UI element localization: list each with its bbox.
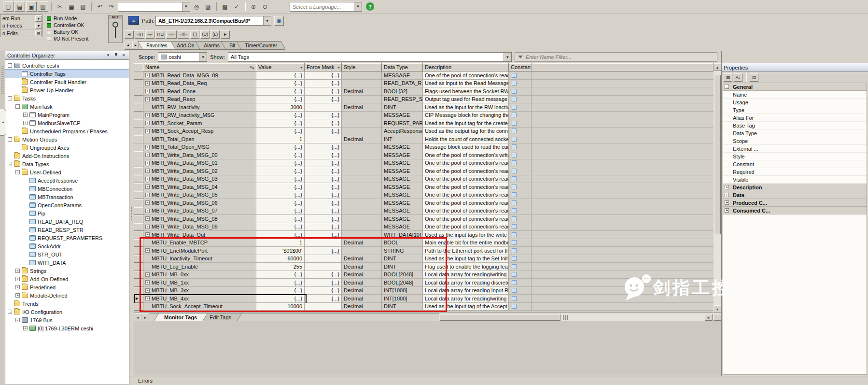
description-cell[interactable]: One of the pool of connection's read ... bbox=[423, 223, 509, 231]
description-cell[interactable]: Used as the input tags for the write m..… bbox=[423, 231, 509, 239]
vertical-scrollbar[interactable]: ▲ ▼ bbox=[714, 63, 721, 313]
alphabetical-sort-icon[interactable]: A↓ bbox=[734, 73, 742, 82]
expand-icon[interactable]: + bbox=[145, 145, 150, 149]
column-header-name[interactable]: Name≡▴ bbox=[143, 63, 256, 71]
chevron-down-icon[interactable]: ▼ bbox=[504, 53, 511, 61]
name-filter-input[interactable]: Enter Name Filter... bbox=[515, 52, 717, 62]
language-select[interactable]: Select a Language...▼ bbox=[290, 2, 362, 12]
row-selector[interactable] bbox=[134, 271, 143, 279]
mode-row-o-forces[interactable]: o Forces▼ bbox=[0, 22, 42, 29]
constant-checkbox[interactable] bbox=[512, 232, 517, 237]
property-row-external[interactable]: External ... bbox=[723, 145, 867, 153]
force-mask-cell[interactable]: {...} bbox=[305, 287, 342, 295]
palette-scroll-left-button[interactable]: ◄ bbox=[125, 30, 134, 39]
constant-checkbox[interactable] bbox=[512, 272, 517, 277]
expand-icon[interactable]: + bbox=[145, 296, 150, 300]
tag-row-MBTU_MB_4xx[interactable]: ▸+MBTU_MB_4xx{...}{...}DecimalINT[1000]L… bbox=[134, 295, 714, 303]
tree-item-wrt-data[interactable]: WRT_DATA bbox=[5, 258, 129, 267]
force-mask-cell[interactable]: {...} bbox=[305, 159, 342, 168]
tree-item-predefined[interactable]: +Predefined bbox=[5, 283, 129, 291]
errors-pane-header[interactable]: Errors bbox=[129, 376, 868, 385]
expand-icon[interactable]: + bbox=[23, 326, 28, 330]
expand-icon[interactable]: + bbox=[145, 288, 150, 293]
force-mask-cell[interactable]: {...} bbox=[305, 215, 342, 223]
property-category-general[interactable]: -General bbox=[723, 83, 867, 91]
tag-row-MBTU_MB_0xx[interactable]: +MBTU_MB_0xx{...}{...}DecimalBOOL[2048]L… bbox=[134, 271, 714, 279]
constant-checkbox[interactable] bbox=[512, 256, 517, 261]
constant-checkbox[interactable] bbox=[512, 240, 517, 245]
scroll-up-icon[interactable]: ▲ bbox=[714, 63, 721, 71]
row-selector[interactable] bbox=[134, 255, 143, 263]
tree-item-ungrouped-axes[interactable]: Ungrouped Axes bbox=[5, 143, 129, 152]
description-cell[interactable]: Used as input to the Read Message ... bbox=[423, 80, 509, 88]
copy-button[interactable]: ▦ bbox=[66, 1, 77, 12]
expand-icon[interactable]: + bbox=[145, 121, 150, 125]
description-cell[interactable]: Path to the Ethernet port used for the..… bbox=[423, 247, 509, 255]
row-selector[interactable] bbox=[134, 215, 143, 223]
property-row-type[interactable]: Type bbox=[723, 106, 867, 114]
constant-checkbox[interactable] bbox=[512, 192, 517, 197]
force-mask-cell[interactable]: {...} bbox=[305, 191, 342, 200]
description-cell[interactable]: Local data array for reading/writing ... bbox=[423, 295, 509, 303]
value-cell[interactable]: {...} bbox=[256, 191, 305, 200]
tab-scroll-left-icon[interactable]: ◄ bbox=[125, 42, 131, 48]
tree-item-acceptresponse[interactable]: AcceptResponse bbox=[5, 176, 129, 185]
tag-row-MBTI_Socket_Param[interactable]: +MBTI_Socket_Param{...}{...}REQUEST_PAR.… bbox=[134, 119, 714, 128]
value-cell[interactable]: 3000 bbox=[256, 103, 305, 112]
row-selector[interactable] bbox=[134, 71, 143, 80]
value-cell[interactable]: {...} bbox=[256, 71, 305, 80]
edits-icon[interactable]: ▤ bbox=[35, 30, 42, 36]
tag-row-MBTI_Sock_Accept_Resp[interactable]: +MBTI_Sock_Accept_Resp{...}{...}AcceptRe… bbox=[134, 128, 714, 136]
column-header-style[interactable]: Style bbox=[342, 63, 382, 71]
row-selector[interactable] bbox=[134, 263, 143, 271]
expand-icon[interactable]: + bbox=[145, 248, 150, 253]
tree-item-module-defined[interactable]: +Module-Defined bbox=[5, 291, 129, 299]
value-cell[interactable]: {...} bbox=[256, 271, 305, 279]
collapse-icon[interactable]: - bbox=[725, 85, 729, 89]
tag-row-MBTI_Read_Data_Req[interactable]: +MBTI_Read_Data_Req{...}{...}READ_DATA_R… bbox=[134, 80, 714, 88]
scrollbar-thumb[interactable] bbox=[440, 314, 560, 321]
tree-item-sockaddr[interactable]: SockAddr bbox=[5, 242, 129, 250]
force-mask-cell[interactable]: {...} bbox=[305, 128, 342, 136]
tag-row-MBTU_MB_3xx[interactable]: +MBTU_MB_3xx{...}{...}DecimalINT[1000]Lo… bbox=[134, 287, 714, 295]
value-cell[interactable]: {...} bbox=[256, 151, 305, 159]
tag-row-MBTI_RW_Inactivity_MSG[interactable]: +MBTI_RW_Inactivity_MSG{...}{...}MESSAGE… bbox=[134, 112, 714, 120]
force-mask-cell[interactable] bbox=[305, 135, 342, 143]
tree-item-strings[interactable]: +Strings bbox=[5, 267, 129, 275]
force-mask-cell[interactable]: {...} bbox=[305, 183, 342, 191]
force-mask-cell[interactable]: {...} bbox=[305, 175, 342, 184]
row-selector[interactable] bbox=[134, 175, 143, 184]
save-button[interactable]: ▣ bbox=[26, 1, 37, 12]
collapse-icon[interactable]: - bbox=[8, 96, 12, 100]
scope-select[interactable]: ceshi▼ bbox=[158, 52, 207, 62]
chevron-down-icon[interactable]: ▼ bbox=[354, 2, 362, 11]
constant-checkbox[interactable] bbox=[512, 128, 517, 133]
constant-checkbox[interactable] bbox=[512, 73, 517, 78]
panel-menu-icon[interactable]: ▼ bbox=[105, 52, 112, 58]
constant-checkbox[interactable] bbox=[512, 105, 517, 110]
tree-item-controller-ceshi[interactable]: -Controller ceshi bbox=[5, 61, 129, 70]
tag-row-MBTI_Total_Open[interactable]: MBTI_Total_Open1DecimalINTHolds the coun… bbox=[134, 135, 714, 143]
expand-icon[interactable]: + bbox=[23, 121, 28, 125]
constant-checkbox[interactable] bbox=[512, 113, 517, 117]
value-cell[interactable]: {...} bbox=[256, 287, 305, 295]
tree-item-modbusslavetcp[interactable]: +ModbusSlaveTCP bbox=[5, 119, 129, 127]
tree-item-controller-fault-handler[interactable]: Controller Fault Handler bbox=[5, 78, 129, 86]
scroll-right-icon[interactable]: ► bbox=[705, 314, 713, 321]
tag-row-MBTI_RW_Inactivity[interactable]: MBTI_RW_Inactivity3000DecimalDINTUsed as… bbox=[134, 103, 714, 112]
scrollbar-thumb[interactable] bbox=[714, 75, 721, 234]
constant-checkbox[interactable] bbox=[512, 160, 517, 165]
force-mask-cell[interactable]: {...} bbox=[305, 112, 342, 120]
constant-checkbox[interactable] bbox=[512, 185, 517, 189]
description-cell[interactable]: Used as the input tag for the create s..… bbox=[423, 119, 509, 128]
collapse-icon[interactable]: - bbox=[8, 162, 12, 166]
tag-row-MBTU_Inactivity_Timeout[interactable]: MBTU_Inactivity_Timeout60000DecimalDINTU… bbox=[134, 255, 714, 263]
description-cell[interactable]: Local data array for reading/writing ... bbox=[423, 271, 509, 279]
description-cell[interactable]: One of the pool of connection's read ... bbox=[423, 183, 509, 191]
column-header-force-mask[interactable]: Force Mask◂ bbox=[305, 63, 342, 71]
column-header-description[interactable]: Description bbox=[423, 63, 509, 71]
tree-item-tasks[interactable]: -Tasks bbox=[5, 94, 129, 102]
value-cell[interactable]: {...} bbox=[256, 175, 305, 184]
force-mask-cell[interactable]: {...} bbox=[305, 223, 342, 231]
tab-scroll-left-icon[interactable]: ◄ bbox=[134, 314, 141, 321]
